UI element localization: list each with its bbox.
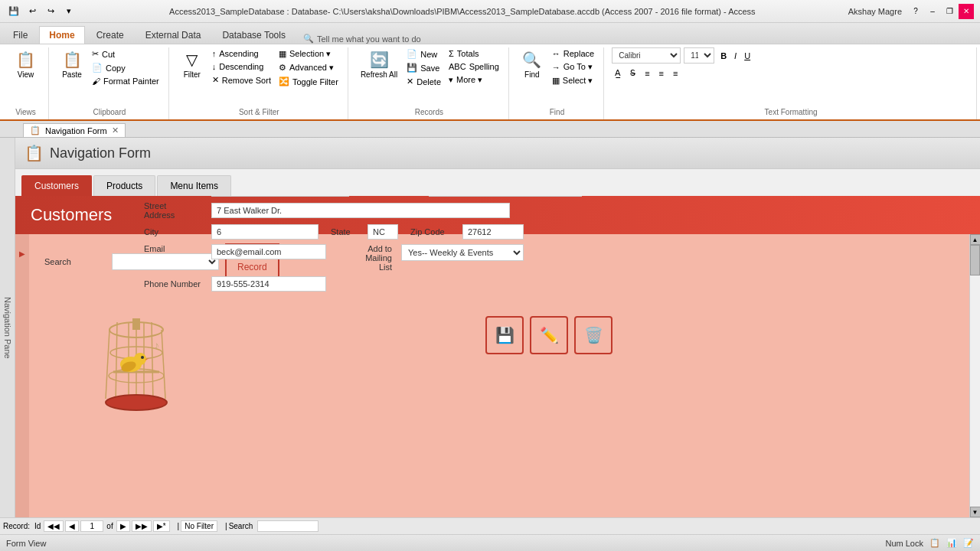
scroll-up-button[interactable]: ▲	[970, 234, 981, 245]
save-icon[interactable]: 💾	[6, 4, 21, 19]
first-record-button[interactable]: ◀◀	[44, 520, 64, 532]
action-button-3[interactable]: 🗑️	[574, 316, 612, 354]
tab-customers[interactable]: Customers	[21, 175, 92, 196]
scroll-track[interactable]	[970, 245, 980, 507]
ribbon-group-clipboard: 📋 Paste ✂ Cut 📄 Copy 🖌 Format Painter Cl…	[51, 47, 169, 119]
close-button[interactable]: ✕	[959, 4, 974, 19]
last-name-input[interactable]	[429, 196, 582, 197]
redo-icon[interactable]: ↪	[43, 4, 58, 19]
underline-button[interactable]: U	[741, 50, 753, 62]
selection-button[interactable]: ▦ Selection ▾	[276, 47, 341, 60]
state-input[interactable]	[368, 224, 398, 240]
view-label: View	[18, 70, 34, 79]
first-name-input[interactable]	[211, 196, 349, 197]
remove-sort-button[interactable]: ✕ Remove Sort	[209, 73, 274, 86]
nav-form-tab-obj[interactable]: 📋 Navigation Form ✕	[23, 123, 126, 137]
next-record-button[interactable]: ▶	[116, 520, 130, 532]
new-record-ribbon-button[interactable]: 📄 New	[403, 47, 444, 60]
toggle-filter-button[interactable]: 🔀 Toggle Filter	[276, 75, 341, 88]
zip-code-input[interactable]	[462, 224, 524, 240]
cut-button[interactable]: ✂ Cut	[89, 47, 162, 60]
spelling-button[interactable]: ABC Spelling	[446, 60, 502, 73]
scroll-down-button[interactable]: ▼	[970, 507, 981, 517]
save-record-button[interactable]: 💾 Save	[403, 61, 444, 74]
tab-external-data[interactable]: External Data	[136, 26, 211, 44]
undo-icon[interactable]: ↩	[24, 4, 40, 19]
goto-button[interactable]: → Go To ▾	[549, 60, 597, 73]
replace-icon: ↔	[552, 49, 560, 58]
tab-menu-items[interactable]: Menu Items	[157, 175, 231, 196]
scroll-thumb[interactable]	[970, 245, 980, 276]
city-input[interactable]	[211, 224, 318, 240]
add-to-mailing-label: Add toMailingList	[338, 244, 392, 272]
last-record-button[interactable]: ▶▶	[132, 520, 152, 532]
select-button[interactable]: ▦ Select ▾	[549, 74, 597, 87]
new-record-nav-button[interactable]: ▶*	[153, 520, 170, 532]
email-mailing-row: Email Add toMailingList Yes-- Weekly & E…	[144, 244, 954, 272]
help-button[interactable]: ?	[908, 4, 923, 19]
paste-button[interactable]: 📋 Paste	[57, 47, 87, 82]
tab-file[interactable]: File	[3, 26, 38, 44]
refresh-button[interactable]: 🔄 Refresh All	[356, 47, 402, 82]
goto-icon: →	[552, 63, 560, 72]
tab-home[interactable]: Home	[39, 26, 84, 44]
highlight-button[interactable]: A̲	[612, 67, 624, 80]
view-mode-label: Form View	[6, 539, 46, 548]
advanced-button[interactable]: ⚙ Advanced ▾	[276, 61, 341, 74]
window-controls: ? – ❐ ✕	[908, 4, 974, 19]
descending-icon: ↓	[212, 62, 217, 71]
find-button[interactable]: 🔍 Find	[517, 47, 547, 82]
ribbon-group-find: 🔍 Find ↔ Replace → Go To ▾ ▦ Select ▾ Fi…	[511, 47, 604, 119]
select-icon: ▦	[552, 76, 560, 86]
italic-button[interactable]: I	[731, 50, 740, 62]
record-number-input[interactable]	[80, 520, 103, 532]
record-search-input[interactable]	[257, 520, 318, 532]
ascending-button[interactable]: ↑ Ascending	[209, 47, 274, 60]
qa-dropdown-icon[interactable]: ▾	[61, 4, 77, 19]
record-id-label: Id	[34, 522, 41, 530]
datasheet-view-icon[interactable]: 📊	[946, 538, 957, 548]
action-button-2[interactable]: ✏️	[530, 316, 568, 354]
font-size-select[interactable]: 11	[684, 47, 714, 64]
tab-products[interactable]: Products	[93, 175, 155, 196]
delete-record-button[interactable]: ✕ Delete	[403, 75, 444, 88]
filter-button[interactable]: ▽ Filter	[177, 47, 207, 82]
more-button[interactable]: ▾ More ▾	[446, 73, 502, 86]
view-button[interactable]: 📋 View	[11, 47, 41, 82]
main-area: Navigation Pane 📋 Navigation Form Custom…	[0, 138, 980, 517]
navigation-pane[interactable]: Navigation Pane	[0, 138, 15, 517]
action-buttons: 💾 ✏️ 🗑️	[144, 316, 954, 354]
align-left-button[interactable]: ≡	[642, 67, 652, 80]
maximize-button[interactable]: ❐	[942, 4, 957, 19]
strikethrough-button[interactable]: S̶	[627, 67, 639, 80]
align-center-button[interactable]: ≡	[656, 67, 667, 80]
toggle-filter-icon: 🔀	[279, 77, 289, 86]
quick-access-toolbar: 💾 ↩ ↪ ▾	[6, 4, 77, 19]
form-view-icon[interactable]: 📋	[929, 538, 940, 548]
tab-create[interactable]: Create	[87, 26, 134, 44]
replace-button[interactable]: ↔ Replace	[549, 47, 597, 60]
font-family-select[interactable]: Calibri	[612, 47, 681, 64]
totals-button[interactable]: Σ Totals	[446, 47, 502, 60]
copy-button[interactable]: 📄 Copy	[89, 61, 162, 74]
prev-record-button[interactable]: ◀	[65, 520, 79, 532]
street-address-input[interactable]	[211, 203, 510, 218]
action-2-icon: ✏️	[540, 326, 559, 344]
descending-button[interactable]: ↓ Descending	[209, 60, 274, 73]
no-filter-button[interactable]: No Filter	[181, 520, 217, 532]
tab-database-tools[interactable]: Database Tools	[212, 26, 296, 44]
align-right-button[interactable]: ≡	[670, 67, 681, 80]
layout-view-icon[interactable]: 📝	[963, 538, 974, 548]
bold-button[interactable]: B	[717, 50, 730, 62]
email-input[interactable]	[211, 244, 326, 259]
zip-code-label: Zip Code	[410, 227, 456, 236]
minimize-button[interactable]: –	[925, 4, 940, 19]
action-button-1[interactable]: 💾	[485, 316, 524, 354]
mailing-list-select[interactable]: Yes-- Weekly & Events	[401, 244, 524, 261]
format-painter-button[interactable]: 🖌 Format Painter	[89, 75, 162, 87]
title-bar: 💾 ↩ ↪ ▾ Access2013_SampleDatabase : Data…	[0, 0, 980, 23]
nav-form-tab-close[interactable]: ✕	[112, 126, 119, 135]
phone-input[interactable]	[211, 276, 326, 292]
tell-me-bar[interactable]: 🔍 Tell me what you want to do	[297, 34, 427, 44]
vertical-scrollbar[interactable]: ▲ ▼	[969, 234, 980, 517]
